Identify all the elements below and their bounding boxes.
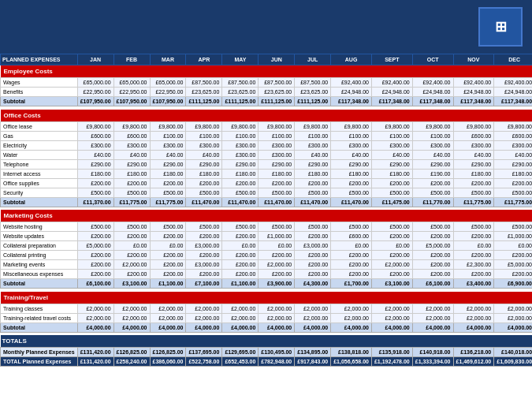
total-value: £1,333,394.00	[412, 357, 453, 367]
cell-value: £300.00	[222, 150, 259, 159]
table-row: Security£500.00£500.00£500.00£500.00£500…	[1, 188, 533, 197]
cell-value: £22,950.00	[150, 88, 186, 97]
total-value: £138,818.00	[331, 348, 372, 357]
total-value: £131,420.00	[77, 357, 113, 367]
cell-value: £40.00	[412, 150, 453, 159]
subtotal-value: £4,000.00	[453, 322, 494, 332]
subtotal-value: £11,370.00	[77, 197, 113, 207]
cell-value: £180.00	[259, 169, 295, 178]
cell-value: £200.00	[222, 232, 259, 241]
cell-value: £9,800.00	[150, 121, 186, 131]
subtotal-value: £1,100.00	[150, 279, 186, 289]
cell-value: £200.00	[186, 232, 222, 241]
cell-value: £40.00	[494, 150, 532, 159]
cell-value: £24,948.00	[412, 88, 453, 97]
cell-value: £500.00	[186, 222, 222, 232]
cell-value: £200.00	[222, 178, 259, 188]
subtotal-row-1: Subtotal£11,370.00£11,775.00£11,775.00£1…	[1, 197, 533, 207]
subtotal-value: £107,950.00	[77, 97, 113, 106]
cell-value: £500.00	[222, 188, 259, 197]
total-value: £136,218.00	[453, 348, 494, 357]
cell-value: £23,625.00	[186, 88, 222, 97]
cell-value: £3,000.00	[295, 241, 331, 251]
row-label: Training classes	[1, 304, 78, 313]
subtotal-value: £11,470.00	[222, 197, 259, 207]
subtotal-label: Subtotal	[1, 279, 78, 289]
cell-value: £200.00	[113, 232, 150, 241]
cell-value: £2,000.00	[150, 313, 186, 322]
cell-value: £87,500.00	[295, 78, 331, 88]
totals-row-1: TOTAL Planned Expenses£131,420.00£258,24…	[1, 357, 533, 367]
cell-value: £300.00	[371, 140, 412, 150]
cell-value: £9,800.00	[494, 121, 532, 131]
cell-value: £500.00	[331, 222, 372, 232]
cell-value: £180.00	[453, 169, 494, 178]
subtotal-label: Subtotal	[1, 197, 78, 207]
cell-value: £2,000.00	[77, 304, 113, 313]
cell-value: £5,000.00	[412, 241, 453, 251]
table-row: Wages£65,000.00£65,000.00£65,000.00£87,5…	[1, 78, 533, 88]
cell-value: £2,000.00	[371, 260, 412, 270]
total-value: £1,469,612.00	[453, 357, 494, 367]
total-value: £917,843.00	[295, 357, 331, 367]
cell-value: £2,000.00	[259, 313, 295, 322]
col-header-jan: JAN	[77, 54, 113, 65]
cell-value: £92,400.00	[453, 78, 494, 88]
cell-value: £23,625.00	[295, 88, 331, 97]
subtotal-value: £4,000.00	[186, 322, 222, 332]
subtotal-value: £4,300.00	[295, 279, 331, 289]
table-wrapper[interactable]: PLANNED EXPENSESJANFEBMARAPRMAYJUNJULAUG…	[0, 54, 532, 410]
cell-value: £9,800.00	[371, 121, 412, 131]
cell-value: £5,000.00	[77, 241, 113, 251]
cell-value: £1,000.00	[259, 232, 295, 241]
col-header-jul: JUL	[295, 54, 331, 65]
row-label: Benefits	[1, 88, 78, 97]
total-value: £1,192,478.00	[371, 357, 412, 367]
cell-value: £200.00	[331, 178, 372, 188]
col-header-dec: DEC	[494, 54, 532, 65]
col-header-jun: JUN	[259, 54, 295, 65]
col-header-aug: AUG	[331, 54, 372, 65]
cell-value: £180.00	[331, 169, 372, 178]
cell-value: £200.00	[113, 178, 150, 188]
cell-value: £2,000.00	[113, 260, 150, 270]
cell-value: £92,400.00	[412, 78, 453, 88]
cell-value: £200.00	[371, 251, 412, 260]
cell-value: £200.00	[77, 232, 113, 241]
cell-value: £500.00	[295, 188, 331, 197]
total-value: £135,918.00	[371, 348, 412, 357]
cell-value: £2,000.00	[259, 304, 295, 313]
cell-value: £200.00	[371, 232, 412, 241]
cell-value: £87,500.00	[186, 78, 222, 88]
cell-value: £9,800.00	[222, 121, 259, 131]
total-value: £126,825.00	[113, 348, 150, 357]
total-value: £140,918.00	[412, 348, 453, 357]
cell-value: £87,500.00	[259, 78, 295, 88]
row-label: Internet access	[1, 169, 78, 178]
row-label: Website hosting	[1, 222, 78, 232]
cell-value: £100.00	[371, 131, 412, 140]
cell-value: £2,000.00	[412, 313, 453, 322]
subtotal-value: £11,470.00	[295, 197, 331, 207]
cell-value: £200.00	[412, 251, 453, 260]
cell-value: £2,000.00	[186, 313, 222, 322]
cell-value: £100.00	[295, 131, 331, 140]
col-header-mar: MAR	[150, 54, 186, 65]
cell-value: £290.00	[412, 159, 453, 169]
subtotal-row-0: Subtotal£107,950.00£107,950.00£107,950.0…	[1, 97, 533, 106]
cell-value: £40.00	[150, 150, 186, 159]
cell-value: £200.00	[331, 251, 372, 260]
cell-value: £40.00	[453, 150, 494, 159]
subtotal-value: £3,900.00	[259, 279, 295, 289]
row-label: Office lease	[1, 121, 78, 131]
cell-value: £100.00	[222, 131, 259, 140]
cell-value: £3,000.00	[186, 260, 222, 270]
logo-icon: ⊞	[495, 20, 507, 34]
cell-value: £9,800.00	[453, 121, 494, 131]
subtotal-value: £4,000.00	[494, 322, 532, 332]
cell-value: £0.00	[113, 241, 150, 251]
cell-value: £22,950.00	[77, 88, 113, 97]
subtotal-value: £117,348.00	[494, 97, 532, 106]
cell-value: £40.00	[186, 150, 222, 159]
cell-value: £9,800.00	[331, 121, 372, 131]
